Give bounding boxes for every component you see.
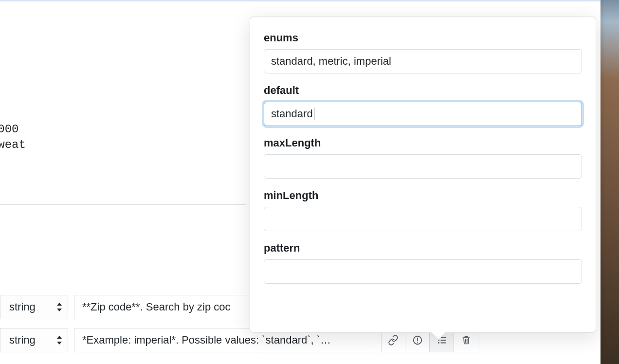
field-pattern: pattern	[264, 242, 582, 284]
field-label: enums	[264, 32, 582, 44]
app-window: tion on Earth including over 200,000 s a…	[0, 0, 601, 364]
field-minlength: minLength	[264, 189, 582, 231]
description-value: *Example: imperial*. Possible values: `s…	[82, 334, 331, 346]
svg-point-2	[417, 342, 418, 343]
pattern-input[interactable]	[264, 259, 582, 284]
field-enums: enums	[264, 32, 582, 73]
description-line-2: s and data from more than 40,000 weat	[0, 137, 273, 153]
field-label: minLength	[264, 189, 582, 202]
default-input-value: standard	[271, 108, 313, 120]
alert-circle-icon	[412, 335, 423, 346]
field-default: default standard	[264, 84, 582, 126]
link-icon	[388, 335, 399, 346]
description-input[interactable]: **Zip code**. Search by zip coc	[74, 295, 246, 319]
svg-point-5	[438, 342, 439, 344]
desktop-wallpaper-sliver	[601, 0, 619, 364]
trash-icon	[461, 335, 471, 346]
type-select-value: string	[9, 301, 36, 313]
minlength-input[interactable]	[264, 207, 582, 231]
text-caret	[314, 108, 314, 120]
properties-popover: enums default standard maxLength minLeng…	[250, 17, 596, 333]
field-label: pattern	[264, 242, 582, 255]
sort-icon	[56, 335, 63, 345]
description-text: tion on Earth including over 200,000 s a…	[0, 122, 273, 153]
field-label: default	[264, 84, 582, 97]
description-line-1: tion on Earth including over 200,000	[0, 123, 18, 136]
window-top-edge	[0, 0, 601, 1]
type-select-value: string	[9, 334, 36, 346]
default-input[interactable]: standard	[264, 102, 582, 126]
type-select[interactable]: string	[0, 328, 68, 352]
field-label: maxLength	[264, 137, 582, 149]
parameter-row: string **Zip code**. Search by zip coc	[0, 295, 246, 319]
section-divider	[0, 204, 246, 205]
maxlength-input[interactable]	[264, 154, 582, 179]
sort-icon	[56, 302, 63, 312]
enums-input[interactable]	[264, 49, 582, 73]
field-maxlength: maxLength	[264, 137, 582, 179]
description-value: **Zip code**. Search by zip coc	[82, 301, 231, 313]
type-select[interactable]: string	[0, 295, 68, 319]
